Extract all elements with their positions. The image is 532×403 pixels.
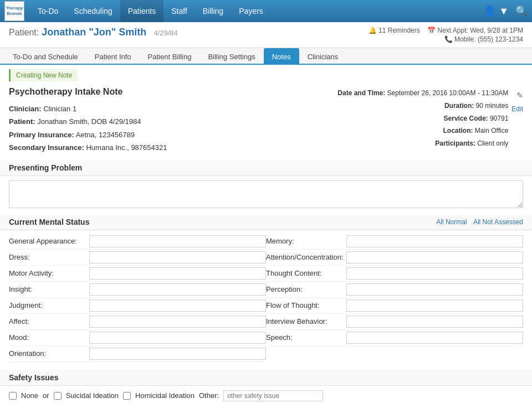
tab-patient-billing[interactable]: Patient Billing bbox=[140, 48, 200, 65]
orientation-input[interactable] bbox=[89, 348, 266, 360]
date-row: Date and Time: September 26, 2016 10:00A… bbox=[337, 87, 508, 100]
creating-banner: Creating New Note bbox=[9, 69, 78, 81]
tab-billing-settings[interactable]: Billing Settings bbox=[200, 48, 263, 65]
mental-row-attention: Attention/Concentration: bbox=[266, 250, 523, 266]
mental-status-header: Current Mental Status All Normal All Not… bbox=[0, 214, 532, 230]
mental-row-orientation: Orientation: bbox=[9, 346, 266, 362]
service-value: 90791 bbox=[490, 115, 508, 122]
nav-todo[interactable]: To-Do bbox=[30, 0, 66, 22]
thought-content-label: Thought Content: bbox=[266, 269, 346, 277]
nav-staff[interactable]: Staff bbox=[163, 0, 195, 22]
service-row: Service Code: 90791 bbox=[337, 112, 508, 125]
safety-row: None or Suicidal Ideation Homicidal Idea… bbox=[9, 390, 523, 401]
mobile-number: 📞 Mobile: (555) 123-1234 bbox=[369, 35, 523, 43]
mental-row-mood: Mood: bbox=[9, 330, 266, 346]
affect-input[interactable] bbox=[89, 316, 266, 328]
clinician-label: Clinician: bbox=[9, 105, 42, 113]
mental-status-links: All Normal All Not Assessed bbox=[432, 218, 523, 226]
patient-tabs: To-Do and Schedule Patient Info Patient … bbox=[0, 48, 532, 65]
nav-patients[interactable]: Patients bbox=[120, 0, 164, 22]
patient-name: Jonathan "Jon" Smith bbox=[42, 27, 146, 38]
suicidal-checkbox[interactable] bbox=[54, 392, 62, 400]
user-icon[interactable]: 👤 ▼ bbox=[484, 5, 509, 17]
participants-value: Client only bbox=[477, 140, 508, 147]
secondary-ins-row: Secondary Insurance: Humana Inc., 987654… bbox=[9, 141, 167, 154]
clinician-row: Clinician: Clinician 1 bbox=[9, 102, 167, 115]
edit-link[interactable]: Edit bbox=[511, 103, 523, 116]
all-normal-link[interactable]: All Normal bbox=[436, 218, 467, 226]
insight-input[interactable] bbox=[89, 283, 266, 296]
homicidal-checkbox[interactable] bbox=[123, 392, 131, 400]
nav-billing[interactable]: Billing bbox=[195, 0, 231, 22]
affect-label: Affect: bbox=[9, 317, 89, 326]
mental-row-judgment: Judgment: bbox=[9, 298, 266, 314]
bell-icon: 🔔 bbox=[369, 27, 377, 34]
secondary-ins-value: Humana Inc., 987654321 bbox=[86, 143, 167, 152]
flow-of-thought-input[interactable] bbox=[346, 299, 523, 312]
presenting-problem-input[interactable] bbox=[9, 180, 523, 208]
patient-header: Patient: Jonathan "Jon" Smith 4/29/84 🔔 … bbox=[0, 22, 532, 48]
thought-content-input[interactable] bbox=[346, 267, 523, 280]
location-label: Location: bbox=[443, 127, 473, 135]
nav-scheduling[interactable]: Scheduling bbox=[66, 0, 120, 22]
other-safety-input[interactable] bbox=[223, 390, 323, 401]
all-not-assessed-link[interactable]: All Not Assessed bbox=[473, 218, 523, 226]
duration-row: Duration: 90 minutes bbox=[337, 100, 508, 112]
general-appearance-input[interactable] bbox=[89, 235, 266, 247]
duration-label: Duration: bbox=[444, 102, 474, 110]
none-label: None bbox=[21, 391, 38, 400]
mental-row-dress: Dress: bbox=[9, 250, 266, 266]
mood-input[interactable] bbox=[89, 332, 266, 344]
pencil-icon[interactable]: ✎ bbox=[516, 88, 523, 103]
note-right-meta: Date and Time: September 26, 2016 10:00A… bbox=[337, 87, 523, 154]
motor-activity-label: Motor Activity: bbox=[9, 269, 89, 277]
attention-input[interactable] bbox=[346, 251, 523, 264]
perception-input[interactable] bbox=[346, 283, 523, 296]
mental-row-thought: Thought Content: bbox=[266, 266, 523, 282]
tab-notes[interactable]: Notes bbox=[264, 48, 299, 65]
tab-patient-info[interactable]: Patient Info bbox=[86, 48, 140, 65]
perception-label: Perception: bbox=[266, 285, 346, 293]
tab-clinicians[interactable]: Clinicians bbox=[299, 48, 347, 65]
mental-row-interview: Interview Behavior: bbox=[266, 314, 523, 330]
other-label: Other: bbox=[199, 391, 219, 400]
mental-left-col: General Appearance: Dress: Motor Activit… bbox=[9, 234, 266, 362]
search-icon[interactable]: 🔍 bbox=[515, 5, 528, 17]
safety-section: None or Suicidal Ideation Homicidal Idea… bbox=[0, 386, 532, 403]
speech-input[interactable] bbox=[346, 332, 523, 344]
mental-row-speech: Speech: bbox=[266, 330, 523, 346]
patient-row: Patient: Jonathan Smith, DOB 4/29/1984 bbox=[9, 115, 167, 128]
patient-title-area: Patient: Jonathan "Jon" Smith 4/29/84 bbox=[9, 27, 178, 38]
interview-behavior-input[interactable] bbox=[346, 316, 523, 328]
note-meta-left: Clinician: Clinician 1 Patient: Jonathan… bbox=[9, 102, 167, 154]
reminders-badge[interactable]: 🔔 11 Reminders 📅 Next Appt: Wed, 9/28 at… bbox=[369, 27, 523, 34]
memory-input[interactable] bbox=[346, 235, 523, 247]
memory-label: Memory: bbox=[266, 237, 346, 245]
edit-area: ✎ Edit bbox=[511, 87, 523, 115]
primary-ins-row: Primary Insurance: Aetna, 123456789 bbox=[9, 128, 167, 141]
tab-todo-schedule[interactable]: To-Do and Schedule bbox=[4, 48, 86, 65]
nav-right-icons: 👤 ▼ 🔍 bbox=[484, 5, 528, 17]
primary-ins-label: Primary Insurance: bbox=[9, 131, 74, 139]
general-appearance-label: General Appearance: bbox=[9, 237, 89, 245]
location-value: Main Office bbox=[475, 127, 508, 135]
duration-value: 90 minutes bbox=[476, 102, 509, 110]
nav-payers[interactable]: Payers bbox=[231, 0, 271, 22]
location-row: Location: Main Office bbox=[337, 125, 508, 137]
orientation-label: Orientation: bbox=[9, 349, 89, 358]
secondary-ins-label: Secondary Insurance: bbox=[9, 143, 84, 152]
presenting-problem-body bbox=[0, 176, 532, 214]
dress-input[interactable] bbox=[89, 251, 266, 264]
dress-label: Dress: bbox=[9, 253, 89, 261]
note-meta-right-block: Date and Time: September 26, 2016 10:00A… bbox=[337, 87, 508, 150]
note-top-area: Psychotherapy Intake Note Clinician: Cli… bbox=[0, 84, 532, 156]
none-checkbox[interactable] bbox=[9, 392, 17, 400]
judgment-label: Judgment: bbox=[9, 301, 89, 309]
motor-activity-input[interactable] bbox=[89, 267, 266, 280]
judgment-input[interactable] bbox=[89, 299, 266, 312]
patient-meta-value: Jonathan Smith, DOB 4/29/1984 bbox=[37, 117, 141, 126]
mental-row-motor: Motor Activity: bbox=[9, 266, 266, 282]
flow-of-thought-label: Flow of Thought: bbox=[266, 301, 346, 309]
attention-label: Attention/Concentration: bbox=[266, 253, 346, 261]
mental-row-general: General Appearance: bbox=[9, 234, 266, 250]
